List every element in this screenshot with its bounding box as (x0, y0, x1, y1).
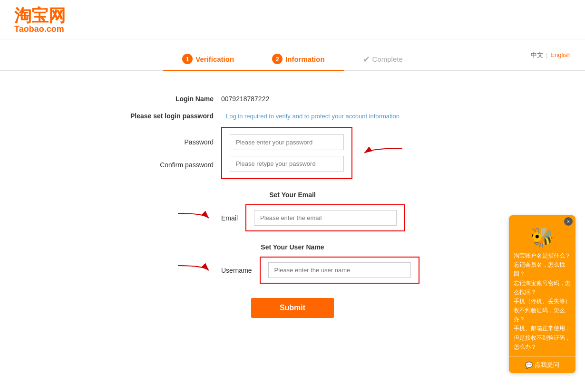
language-switcher: 中文 | English (531, 51, 571, 59)
email-label: Email (221, 214, 245, 222)
step-information-label: Information (285, 55, 325, 63)
email-arrow-icon (176, 211, 214, 225)
step-badge-1: 1 (182, 54, 193, 64)
username-input[interactable] (268, 262, 411, 278)
password-section-label: Please set login password (117, 112, 221, 120)
email-section-title: Set Your Email (117, 191, 468, 199)
step-verification[interactable]: 1 Verification (163, 48, 253, 71)
lang-chinese[interactable]: 中文 (531, 51, 543, 59)
header: 淘宝网 Taobao.com (0, 0, 585, 39)
password-arrow-icon (362, 146, 405, 160)
chatbot-links: 淘宝账户名是指什么？ 忘记会员名，怎么找回？ 忘记淘宝账号密码，怎么找回？ 手机… (509, 249, 575, 337)
submit-area: Submit (117, 298, 468, 318)
login-name-row: Login Name 0079218787222 (117, 95, 468, 103)
email-group (245, 204, 405, 231)
chatbot-avatar: 🐝 (509, 228, 575, 249)
chatbot-close-button[interactable]: × (564, 217, 573, 226)
chatbot-link-2[interactable]: 忘记会员名，怎么找回？ (514, 260, 571, 278)
password-group (221, 127, 352, 179)
login-name-label: Login Name (117, 95, 221, 103)
step-information[interactable]: 2 Information (253, 48, 344, 71)
confirm-label: Confirm password (117, 161, 221, 169)
step-verification-label: Verification (195, 55, 234, 63)
chatbot-panel: × 🐝 淘宝账户名是指什么？ 忘记会员名，怎么找回？ 忘记淘宝账号密码，怎么找回… (509, 215, 575, 337)
password-input[interactable] (230, 134, 344, 150)
lang-english[interactable]: English (550, 51, 571, 58)
chatbot-link-5[interactable]: 手机、邮箱正常使用，但是接收不到验证码，怎么办？ (514, 324, 571, 337)
logo-english: Taobao.com (14, 24, 571, 34)
logo-chinese: 淘宝网 (14, 7, 571, 24)
confirm-password-input[interactable] (230, 156, 344, 172)
password-hint: Log in required to verify and to protect… (226, 113, 400, 120)
submit-button[interactable]: Submit (251, 298, 334, 318)
chatbot-link-3[interactable]: 忘记淘宝账号密码，怎么找回？ (514, 279, 571, 297)
steps-nav: 1 Verification 2 Information ✔ Complete … (0, 39, 585, 71)
login-name-value: 0079218787222 (221, 95, 269, 103)
username-label: Username (221, 267, 260, 274)
username-group (260, 257, 419, 284)
main-content: Login Name 0079218787222 Please set logi… (78, 71, 507, 337)
step-complete-label: Complete (372, 55, 403, 63)
email-input[interactable] (254, 210, 397, 226)
username-section-title: Set Your User Name (117, 243, 468, 251)
chatbot-header: × (509, 215, 575, 228)
step-badge-2: 2 (272, 54, 283, 64)
lang-divider: | (546, 51, 547, 58)
password-section-header-row: Please set login password Log in require… (117, 112, 468, 120)
chatbot-link-4[interactable]: 手机（停机、丢失等）收不到验证码，怎么办？ (514, 297, 571, 325)
check-icon: ✔ (363, 54, 370, 65)
password-label: Password (117, 138, 221, 146)
username-arrow-icon (176, 263, 214, 277)
step-complete: ✔ Complete (344, 48, 422, 70)
chatbot-link-1[interactable]: 淘宝账户名是指什么？ (514, 251, 571, 260)
